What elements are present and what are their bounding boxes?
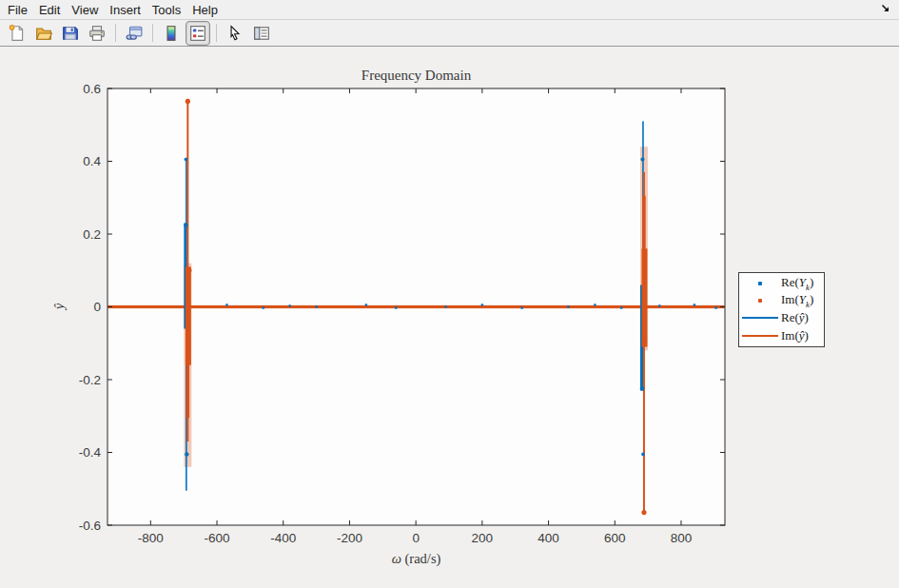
y-tick-label: 0 xyxy=(93,300,101,314)
legend-entry: Re(Yk) xyxy=(739,275,824,292)
legend-line-key xyxy=(739,335,781,337)
y-tick-label: -0.4 xyxy=(79,445,102,460)
data-marker xyxy=(640,158,644,162)
legend-marker-key xyxy=(739,299,781,303)
open-button[interactable] xyxy=(31,21,56,46)
legend-label: Im(Yk) xyxy=(781,292,813,309)
figure-window: FileEditViewInsertToolsHelp -800-600-400… xyxy=(0,0,899,588)
menu-item-edit[interactable]: Edit xyxy=(33,1,66,19)
chart-title: Frequency Domain xyxy=(107,68,725,84)
new-document-icon xyxy=(9,25,26,42)
menu-item-help[interactable]: Help xyxy=(186,1,224,19)
menu-item-tools[interactable]: Tools xyxy=(147,1,186,19)
x-tick-label: 400 xyxy=(537,531,559,545)
select-button[interactable] xyxy=(223,21,247,46)
print-button[interactable] xyxy=(85,21,109,46)
panel-icon xyxy=(253,25,270,42)
y-tick-label: 0.2 xyxy=(83,227,101,242)
zero-marker xyxy=(481,304,483,305)
plot-browser-button[interactable] xyxy=(249,21,274,46)
save-icon xyxy=(62,25,79,42)
zero-marker xyxy=(594,304,596,305)
colorbar-icon xyxy=(163,25,180,42)
legend-label-part: Y xyxy=(799,275,806,289)
zero-marker xyxy=(520,306,522,308)
zero-marker xyxy=(567,305,569,307)
spike-line xyxy=(641,248,647,346)
undock-arrow-icon[interactable] xyxy=(880,3,891,14)
menubar: FileEditViewInsertToolsHelp xyxy=(0,0,899,20)
toolbar-separator xyxy=(115,24,116,42)
save-button[interactable] xyxy=(58,21,83,46)
legend-label: Im(ŷ) xyxy=(781,328,809,343)
legend-entry: Im(Yk) xyxy=(739,292,824,309)
y-tick-label: -0.2 xyxy=(79,373,101,387)
x-tick-label: -600 xyxy=(205,531,230,545)
data-marker xyxy=(186,99,190,104)
data-marker xyxy=(185,158,188,162)
legend-marker-key xyxy=(739,282,781,285)
zero-marker xyxy=(714,306,716,308)
menu-item-view[interactable]: View xyxy=(66,1,104,19)
legend-key-swatch xyxy=(758,282,762,285)
insert-legend-button[interactable] xyxy=(186,21,210,46)
legend-key-swatch xyxy=(758,299,762,303)
zero-marker xyxy=(694,304,695,305)
data-marker xyxy=(185,452,188,456)
x-tick-label: -400 xyxy=(270,531,296,545)
new-figure-button[interactable] xyxy=(5,21,29,46)
series-im-yhat-baseline xyxy=(108,305,725,308)
data-marker xyxy=(641,453,645,457)
y-tick-label: -0.6 xyxy=(79,519,101,533)
y-tick-label: 0.6 xyxy=(83,82,101,96)
legend-label-part: Y xyxy=(799,292,806,306)
x-tick-label: 600 xyxy=(604,531,626,545)
legend-key-swatch xyxy=(742,317,778,319)
legend-entry: Re(ŷ) xyxy=(739,309,824,326)
x-axis-label-units: (rad/s) xyxy=(401,551,440,566)
legend-label: Re(Yk) xyxy=(781,275,813,292)
omega-symbol: ω xyxy=(392,551,401,566)
y-tick-label: 0.4 xyxy=(83,154,101,168)
legend-label-part: Im( xyxy=(781,328,799,343)
legend-key-swatch xyxy=(742,335,778,337)
plot-canvas: -800-600-400-20002004006008000.60.40.20-… xyxy=(0,47,899,588)
spike-line xyxy=(186,266,191,364)
legend[interactable]: Re(Yk)Im(Yk)Re(ŷ)Im(ŷ) xyxy=(738,272,825,347)
data-marker xyxy=(186,352,189,356)
zero-marker xyxy=(263,306,264,308)
insert-colorbar-button[interactable] xyxy=(159,21,184,46)
open-folder-icon xyxy=(35,25,52,42)
zero-marker xyxy=(289,304,291,306)
zero-marker xyxy=(365,304,367,305)
x-axis-label: ω (rad/s) xyxy=(107,551,725,567)
menu-item-insert[interactable]: Insert xyxy=(104,1,147,19)
y-axis-label: ŷ xyxy=(52,304,68,309)
toolbar-separator xyxy=(152,24,153,42)
data-marker xyxy=(642,258,646,262)
legend-entry: Im(ŷ) xyxy=(739,327,824,344)
x-tick-label: 200 xyxy=(472,531,494,545)
menu-item-file[interactable]: File xyxy=(2,1,33,19)
legend-label-part: Im( xyxy=(781,292,799,306)
legend-label: Re(ŷ) xyxy=(781,310,809,325)
pointer-icon xyxy=(226,25,244,42)
toolbar xyxy=(0,20,899,47)
data-marker xyxy=(641,510,646,515)
x-tick-label: 800 xyxy=(671,531,693,545)
legend-label-part: Re( xyxy=(781,275,799,289)
x-tick-label: -200 xyxy=(337,531,362,545)
x-tick-label: 0 xyxy=(412,531,420,545)
link-button[interactable] xyxy=(122,21,147,46)
zero-marker xyxy=(658,304,660,306)
data-marker xyxy=(184,223,187,226)
zero-marker xyxy=(315,305,317,307)
legend-label-part: ) xyxy=(805,328,809,343)
x-tick-label: -800 xyxy=(138,531,164,545)
data-marker xyxy=(643,342,647,345)
legend-label-part: ) xyxy=(810,292,813,306)
legend-label-part: ) xyxy=(810,275,813,289)
zero-marker xyxy=(620,306,622,308)
legend-label-part: Re( xyxy=(781,310,799,324)
print-icon xyxy=(88,25,106,42)
